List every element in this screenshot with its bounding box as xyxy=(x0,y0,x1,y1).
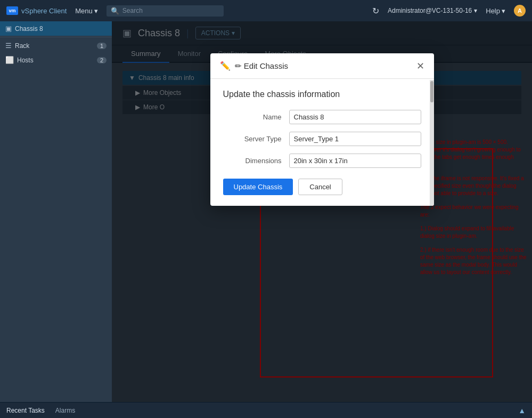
hosts-badge: 2 xyxy=(97,57,107,63)
sidebar-chassis-label: Chassis 8 xyxy=(15,25,43,33)
alarms-tab[interactable]: Alarms xyxy=(55,407,75,414)
sidebar-item-chassis[interactable]: ▣ Chassis 8 xyxy=(0,21,112,36)
scrollbar-thumb[interactable] xyxy=(430,81,433,102)
hosts-icon: ⬜ xyxy=(5,56,14,64)
navbar: vm vSphere Client Menu ▾ 🔍 ↻ Administrat… xyxy=(0,0,532,21)
user-name: Administrator@VC-131-50-16 xyxy=(388,7,472,14)
expand-taskbar-icon[interactable]: ▲ xyxy=(518,406,526,415)
modal-footer: Update Chassis Cancel xyxy=(223,179,421,195)
rack-icon: ☰ xyxy=(5,42,12,50)
taskbar: Recent Tasks Alarms ▲ xyxy=(0,402,532,418)
cancel-button[interactable]: Cancel xyxy=(298,179,342,195)
search-input[interactable] xyxy=(122,7,219,14)
server-type-input[interactable] xyxy=(289,132,421,146)
pencil-icon: ✏️ xyxy=(220,61,231,71)
name-row: Name xyxy=(223,110,421,124)
server-type-label: Server Type xyxy=(223,135,282,143)
modal-header: ✏️ ✏ Edit Chassis ✕ xyxy=(210,53,434,79)
sidebar-divider xyxy=(0,37,112,37)
sidebar: ▣ Chassis 8 ☰ Rack 1 ⬜ Hosts 2 xyxy=(0,21,112,402)
navbar-right: ↻ Administrator@VC-131-50-16 ▾ Help ▾ A xyxy=(372,5,526,17)
server-type-row: Server Type xyxy=(223,132,421,146)
refresh-button[interactable]: ↻ xyxy=(372,6,379,16)
modal-close-button[interactable]: ✕ xyxy=(416,61,424,71)
edit-chassis-modal: ✏️ ✏ Edit Chassis ✕ Update the chassis i… xyxy=(210,53,434,206)
rack-badge: 1 xyxy=(97,43,107,49)
hosts-label: Hosts xyxy=(17,57,34,64)
update-chassis-button[interactable]: Update Chassis xyxy=(223,179,293,195)
menu-button[interactable]: Menu ▾ xyxy=(75,7,98,15)
modal-title: ✏️ ✏ Edit Chassis xyxy=(220,61,289,71)
brand: vm vSphere Client xyxy=(6,6,67,15)
vm-logo: vm xyxy=(6,6,18,15)
dimensions-row: Dimensions xyxy=(223,154,421,168)
recent-tasks-tab[interactable]: Recent Tasks xyxy=(6,407,45,414)
modal-subtitle: Update the chassis information xyxy=(223,90,421,99)
avatar: A xyxy=(514,5,526,17)
app-title: vSphere Client xyxy=(21,7,67,15)
search-icon: 🔍 xyxy=(111,7,119,15)
sidebar-item-hosts[interactable]: ⬜ Hosts 2 xyxy=(0,53,112,67)
modal-title-text: ✏ Edit Chassis xyxy=(235,61,289,71)
chassis-icon: ▣ xyxy=(5,25,12,33)
search-bar[interactable]: 🔍 xyxy=(107,5,224,17)
modal-body: Update the chassis information Name Serv… xyxy=(210,79,434,206)
user-menu[interactable]: Administrator@VC-131-50-16 ▾ xyxy=(388,7,477,14)
main-layout: ▣ Chassis 8 ☰ Rack 1 ⬜ Hosts 2 ▣ Chassis… xyxy=(0,21,532,402)
modal-overlay[interactable]: ✏️ ✏ Edit Chassis ✕ Update the chassis i… xyxy=(112,21,532,402)
sidebar-item-rack[interactable]: ☰ Rack 1 xyxy=(0,38,112,53)
dimensions-label: Dimensions xyxy=(223,157,282,165)
chevron-down-icon: ▾ xyxy=(474,7,477,14)
modal-scrollbar[interactable] xyxy=(430,80,434,206)
name-label: Name xyxy=(223,113,282,121)
rack-label: Rack xyxy=(15,42,29,50)
name-input[interactable] xyxy=(289,110,421,124)
help-button[interactable]: Help ▾ xyxy=(486,7,505,15)
dimensions-input[interactable] xyxy=(289,154,421,168)
content-area: ▣ Chassis 8 | ACTIONS ▾ Summary Monitor … xyxy=(112,21,532,402)
